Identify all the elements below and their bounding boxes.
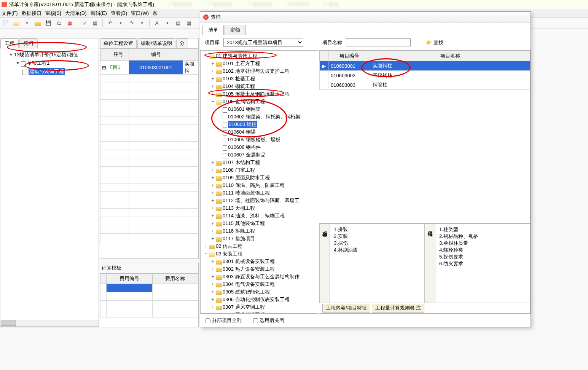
table-row[interactable] — [100, 301, 198, 309]
tab-calc-rule[interactable]: 工程量计算规则/附注 — [372, 304, 425, 313]
table-row[interactable] — [100, 83, 198, 91]
dialog-title-bar[interactable]: 查询 — [200, 12, 531, 22]
table-row[interactable] — [100, 209, 198, 217]
text-icon[interactable]: A — [153, 19, 161, 27]
expand-toggle[interactable]: + — [210, 75, 215, 83]
menu-bigbill[interactable]: 大清单(D) — [65, 10, 87, 17]
text-dropdown-icon[interactable]: ▼ — [163, 19, 172, 27]
table-row[interactable] — [100, 150, 198, 158]
tree-node-0307[interactable]: +0307 通风空调工程 — [202, 303, 316, 311]
horizontal-scrollbar[interactable] — [0, 320, 99, 327]
expand-toggle[interactable]: + — [210, 182, 215, 189]
table-row[interactable] — [100, 284, 198, 292]
table-row[interactable] — [100, 133, 198, 142]
tree-node-0112[interactable]: +0112 墙、柱面装饰与隔断、幕墙工 — [202, 197, 316, 204]
expand-toggle[interactable]: + — [210, 235, 215, 242]
tab-unit-settings[interactable]: 单位工程设置 — [100, 38, 137, 48]
expand-toggle[interactable]: + — [210, 159, 215, 166]
menu-view[interactable]: 查看(B) — [111, 10, 127, 17]
expand-icon[interactable] — [10, 54, 13, 56]
calc-icon[interactable]: ▤ — [174, 19, 182, 27]
tree-node-0102[interactable]: +0102 地基处理与边坡支护工程 — [202, 67, 316, 75]
expand-toggle[interactable]: + — [210, 220, 215, 227]
lib-select[interactable]: 2013规范工程量清单项目 — [223, 38, 303, 47]
table-row[interactable] — [100, 158, 198, 167]
tree-root[interactable]: 13规范清单计价(15定额)增值 — [3, 51, 96, 59]
tree-leaf-building[interactable]: 建筑与装饰工程 — [3, 67, 96, 76]
tree-node-0104[interactable]: +0104 砌筑工程 — [202, 83, 316, 90]
table-row[interactable] — [100, 175, 198, 183]
redo-dropdown-icon[interactable]: ▼ — [138, 19, 146, 27]
expand-toggle[interactable]: + — [210, 189, 215, 197]
expand-toggle[interactable]: + — [210, 174, 215, 182]
bill-table[interactable]: 序号 编号 ⊟ F目1 010603001001 实腹钢 — [100, 48, 198, 242]
tree-node-03[interactable]: −03 安装工程 — [202, 250, 316, 258]
tree-node-010607[interactable]: 010607 金属制品 — [202, 151, 316, 159]
tree-node-0302[interactable]: +0302 热力设备安装工程 — [202, 265, 316, 273]
category-tree-panel[interactable]: −01 建筑与装饰工程+0101 土石方工程+0102 地基处理与边坡支护工程+… — [200, 50, 318, 314]
tree-node-1[interactable]: 单项工程1 — [3, 59, 96, 67]
table-row[interactable] — [100, 192, 198, 200]
table-row[interactable] — [100, 217, 198, 225]
expand-icon[interactable] — [16, 62, 19, 64]
cell-bianhao[interactable]: 010603001001 — [129, 61, 183, 75]
expand-toggle[interactable]: − — [204, 250, 208, 258]
expand-toggle[interactable]: + — [210, 281, 215, 288]
undo-dropdown-icon[interactable]: ▼ — [116, 19, 125, 27]
menu-window[interactable]: 窗口(W) — [131, 10, 149, 17]
table-row[interactable] — [100, 200, 198, 209]
expand-toggle[interactable]: + — [210, 197, 215, 204]
tree-node-0101[interactable]: +0101 土石方工程 — [202, 60, 316, 67]
menu-audit[interactable]: 审核[S] — [45, 10, 61, 17]
table-row[interactable] — [100, 108, 198, 116]
tree-node-0111[interactable]: +0111 楼地面装饰工程 — [202, 189, 316, 197]
expand-toggle[interactable]: + — [210, 83, 215, 90]
expand-toggle[interactable]: + — [210, 273, 215, 281]
expand-toggle[interactable]: + — [210, 60, 215, 67]
expand-toggle[interactable]: + — [210, 258, 215, 265]
expand-toggle[interactable]: + — [210, 296, 215, 303]
tab-dinge[interactable]: 定额 — [225, 25, 246, 35]
result-table[interactable]: 项目编号 项目名称 ▶010603001实腹钢柱010603002空腹钢柱010… — [319, 51, 530, 90]
expand-toggle[interactable]: + — [210, 265, 215, 273]
result-row[interactable]: 010603003钢管柱 — [320, 80, 530, 90]
table-row[interactable] — [100, 91, 198, 100]
table-row[interactable] — [100, 116, 198, 125]
undo-icon[interactable]: ↶ — [106, 19, 114, 27]
tree-node-0106[interactable]: −0106 金属结构工程 — [202, 98, 316, 105]
tab-qingdan[interactable]: 清单 — [202, 25, 224, 35]
tree-node-0114[interactable]: +0114 油漆、涂料、裱糊工程 — [202, 212, 316, 220]
tab-desc[interactable]: 编制/清单说明 — [137, 38, 175, 48]
table-row[interactable] — [100, 75, 198, 83]
tree-node-0113[interactable]: +0113 天棚工程 — [202, 204, 316, 212]
folder-icon[interactable] — [33, 19, 42, 27]
expand-icon[interactable]: ⤢ — [80, 19, 89, 27]
project-tree[interactable]: 13规范清单计价(15定额)增值 单项工程1 建筑与装饰工程 — [0, 48, 99, 78]
tab-docs[interactable]: 资料 — [19, 38, 38, 48]
tree-node-010601[interactable]: 010601 钢网架 — [202, 105, 316, 113]
menu-data[interactable]: 数据接口 — [22, 10, 41, 17]
table-row[interactable] — [100, 309, 198, 317]
grid-icon[interactable]: ▦ — [91, 19, 99, 27]
table-row[interactable] — [100, 225, 198, 234]
tab-content-feature[interactable]: 工程内容/项目特征 — [322, 304, 370, 313]
tree-node-0105[interactable]: +0105 混凝土及钢筋混凝土工程 — [202, 90, 316, 98]
table-row[interactable] — [100, 125, 198, 133]
tree-node-0110[interactable]: +0110 保温、隔热、防腐工程 — [202, 182, 316, 189]
tree-node-02[interactable]: +02 仿古工程 — [202, 242, 316, 250]
menu-file[interactable]: 文件(F) — [2, 10, 18, 17]
table-row[interactable] — [100, 167, 198, 175]
result-row[interactable]: ▶010603001实腹钢柱 — [320, 61, 530, 71]
checkbox-close-after[interactable]: 选用后关闭 — [253, 317, 284, 324]
expand-toggle[interactable]: + — [210, 67, 215, 75]
result-row[interactable]: 010603002空腹钢柱 — [320, 71, 530, 80]
menu-edit[interactable]: 编辑(E) — [91, 10, 107, 17]
tree-node-010602[interactable]: 010602 钢屋架、钢托架、钢桁架 — [202, 113, 316, 121]
tree-node-0117[interactable]: +0117 措施项目 — [202, 235, 316, 242]
tree-node-01[interactable]: −01 建筑与装饰工程 — [202, 52, 316, 60]
expand-toggle[interactable]: − — [204, 52, 208, 60]
name-input[interactable] — [346, 38, 411, 46]
save-icon[interactable]: 💾 — [44, 19, 53, 27]
tree-node-010605[interactable]: 010605 钢板楼板、墙板 — [202, 136, 316, 144]
tree-node-0301[interactable]: +0301 机械设备安装工程 — [202, 258, 316, 265]
